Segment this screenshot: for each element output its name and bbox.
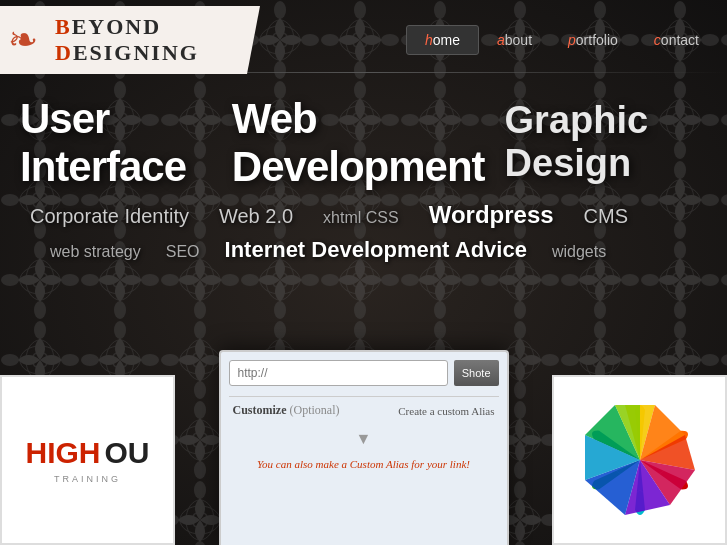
create-alias-text: Create a custom Alias [398, 405, 494, 417]
panel-left-logo: HIGH OU TRAINING [0, 375, 175, 545]
high-output-content: HIGH OU TRAINING [16, 426, 160, 494]
hero-sub-webstrategy: web strategy [50, 243, 141, 261]
logo-ornament-icon: ❧ [8, 22, 38, 58]
panel-center-browser: Shote Customize (Optional) Create a cust… [219, 350, 509, 545]
training-label: TRAINING [54, 474, 121, 484]
main-nav: home about portfolio contact [406, 25, 727, 55]
nav-label-portfolio: ortfolio [576, 32, 618, 48]
nav-highlight-p: p [568, 32, 576, 48]
nav-item-home[interactable]: home [406, 25, 479, 55]
hero-title-graphic: Graphic Design [505, 99, 707, 185]
hero-sub-web2: Web 2.0 [219, 205, 293, 228]
hero-sub-xhtml: xhtml CSS [323, 209, 399, 227]
hero-sub-corporate: Corporate Identity [30, 205, 189, 228]
panel-arrow-icon: ▼ [229, 430, 499, 448]
panel-right-logo [552, 375, 727, 545]
logo-text: BEYOND DESIGNING [55, 14, 260, 66]
hero-third-row: web strategy SEO Internet Development Ad… [20, 237, 707, 263]
nav-item-portfolio[interactable]: portfolio [550, 26, 636, 54]
high-text: HIGH [26, 436, 101, 470]
hero-title-ui: User Interface [20, 95, 212, 191]
customize-row: Customize (Optional) Create a custom Ali… [229, 396, 499, 424]
hero-subtitle-row1: Corporate Identity Web 2.0 xhtml CSS Wor… [20, 201, 707, 229]
browser-url-bar: Shote [229, 360, 499, 386]
nav-label-contact: ontact [661, 32, 699, 48]
ou-text: OU [105, 436, 150, 470]
header: ❧ BEYOND DESIGNING home about portfolio … [0, 0, 727, 80]
star-logo-icon [580, 400, 700, 520]
hero-section: User Interface Web Development Graphic D… [0, 95, 727, 263]
alias-message: You can also make a Custom Alias for you… [229, 458, 499, 470]
logo-container[interactable]: ❧ BEYOND DESIGNING [0, 6, 260, 74]
shorten-button[interactable]: Shote [454, 360, 499, 386]
hero-sub-internet-dev: Internet Development Advice [225, 237, 527, 263]
nav-highlight-a: a [497, 32, 505, 48]
nav-label-about: bout [505, 32, 532, 48]
nav-highlight-h: h [425, 32, 433, 48]
bottom-panels: HIGH OU TRAINING Shote Customize (Option… [0, 345, 727, 545]
nav-item-contact[interactable]: contact [636, 26, 717, 54]
hero-sub-cms: CMS [584, 205, 628, 228]
customize-label: Customize (Optional) [233, 403, 340, 418]
customize-bold: Customize [233, 403, 287, 417]
customize-optional: (Optional) [290, 403, 340, 417]
nav-label-home: ome [433, 32, 460, 48]
hero-sub-seo: SEO [166, 243, 200, 261]
hero-sub-wordpress: Wordpress [429, 201, 554, 229]
url-input[interactable] [229, 360, 448, 386]
hero-main-row: User Interface Web Development Graphic D… [20, 95, 707, 191]
hero-title-webdev: Web Development [232, 95, 485, 191]
nav-highlight-c: c [654, 32, 661, 48]
hero-sub-widgets: widgets [552, 243, 606, 261]
nav-item-about[interactable]: about [479, 26, 550, 54]
high-output-brand: HIGH OU [26, 436, 150, 470]
